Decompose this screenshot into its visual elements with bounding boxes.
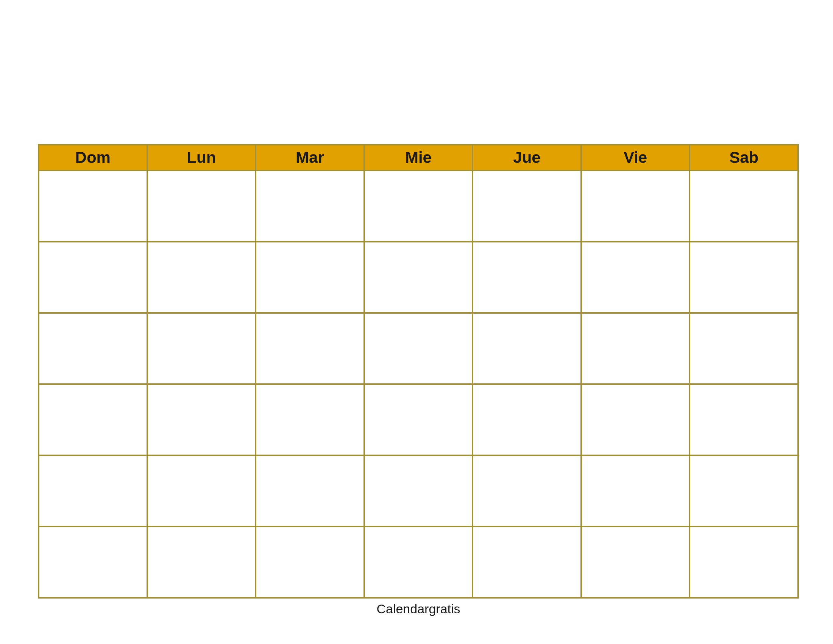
calendar-cell (147, 242, 256, 313)
calendar-cell (364, 526, 473, 598)
calendar-cell (39, 242, 147, 313)
day-header-lun: Lun (147, 145, 256, 171)
calendar-header-row: Dom Lun Mar Mie Jue Vie Sab (39, 145, 798, 171)
day-header-mie: Mie (364, 145, 473, 171)
calendar-cell (256, 384, 364, 456)
calendar-row (39, 456, 798, 526)
calendar-cell (690, 456, 798, 526)
calendar-cell (39, 313, 147, 384)
day-header-mar: Mar (256, 145, 364, 171)
calendar-cell (39, 384, 147, 456)
calendar-cell (690, 313, 798, 384)
calendar-cell (256, 242, 364, 313)
calendar-cell (256, 171, 364, 242)
calendar-cell (364, 456, 473, 526)
calendar-row (39, 171, 798, 242)
calendar-cell (473, 242, 581, 313)
calendar-cell (581, 384, 690, 456)
calendar-cell (690, 171, 798, 242)
calendar-cell (473, 456, 581, 526)
calendar-cell (473, 313, 581, 384)
calendar-table: Dom Lun Mar Mie Jue Vie Sab (38, 144, 799, 599)
calendar-page: Dom Lun Mar Mie Jue Vie Sab (38, 144, 799, 617)
calendar-cell (473, 171, 581, 242)
calendar-cell (581, 313, 690, 384)
calendar-cell (364, 384, 473, 456)
calendar-cell (473, 526, 581, 598)
calendar-cell (690, 242, 798, 313)
calendar-row (39, 384, 798, 456)
calendar-cell (39, 456, 147, 526)
calendar-cell (581, 526, 690, 598)
calendar-cell (256, 456, 364, 526)
calendar-cell (147, 456, 256, 526)
calendar-cell (147, 384, 256, 456)
calendar-cell (147, 171, 256, 242)
footer-credit: Calendargratis (38, 602, 799, 617)
calendar-cell (39, 171, 147, 242)
calendar-row (39, 526, 798, 598)
day-header-vie: Vie (581, 145, 690, 171)
calendar-cell (256, 313, 364, 384)
day-header-sab: Sab (690, 145, 798, 171)
calendar-cell (473, 384, 581, 456)
calendar-cell (364, 242, 473, 313)
calendar-cell (690, 384, 798, 456)
day-header-dom: Dom (39, 145, 147, 171)
calendar-body (39, 171, 798, 598)
calendar-cell (256, 526, 364, 598)
calendar-cell (690, 526, 798, 598)
calendar-cell (581, 242, 690, 313)
calendar-cell (147, 313, 256, 384)
calendar-cell (364, 313, 473, 384)
calendar-row (39, 242, 798, 313)
calendar-cell (581, 171, 690, 242)
calendar-row (39, 313, 798, 384)
calendar-cell (147, 526, 256, 598)
calendar-cell (581, 456, 690, 526)
calendar-cell (364, 171, 473, 242)
day-header-jue: Jue (473, 145, 581, 171)
calendar-cell (39, 526, 147, 598)
